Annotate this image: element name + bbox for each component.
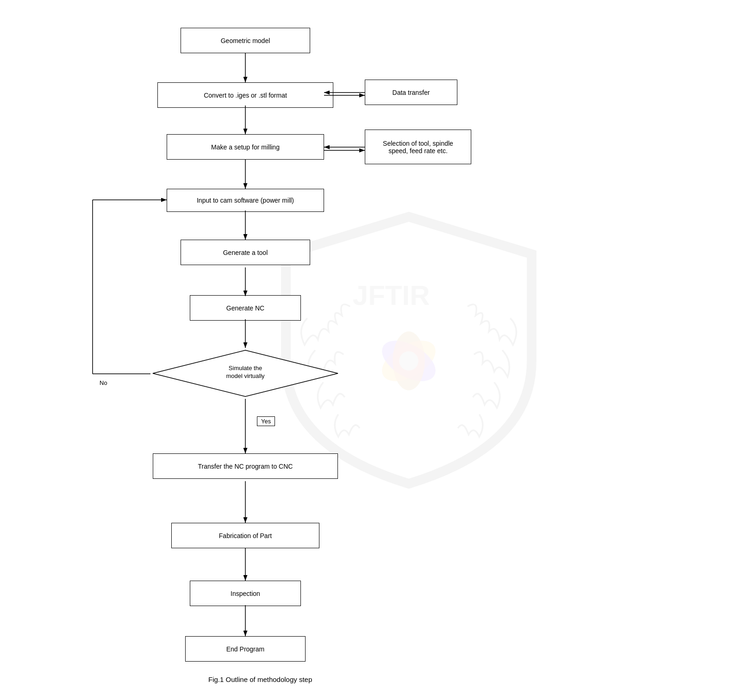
svg-point-5 bbox=[393, 331, 425, 390]
svg-point-3 bbox=[375, 332, 442, 389]
box-make-setup: Make a setup for milling bbox=[167, 134, 324, 160]
box-generate-tool: Generate a tool bbox=[181, 240, 310, 265]
yes-label: Yes bbox=[257, 416, 275, 426]
svg-text:model virtually: model virtually bbox=[226, 372, 265, 379]
svg-point-4 bbox=[375, 332, 442, 389]
box-transfer-nc: Transfer the NC program to CNC bbox=[153, 453, 338, 479]
no-label: No bbox=[100, 379, 107, 386]
box-geometric-model: Geometric model bbox=[181, 28, 310, 53]
figure-caption: Fig.1 Outline of methodology step bbox=[208, 675, 312, 683]
diamond-simulate: Simulate the model virtually bbox=[150, 348, 340, 399]
box-input-cam: Input to cam software (power mill) bbox=[167, 189, 324, 212]
box-fabrication: Fabrication of Part bbox=[171, 523, 319, 548]
svg-text:Simulate the: Simulate the bbox=[229, 365, 262, 372]
svg-point-2 bbox=[393, 331, 425, 390]
box-end-program: End Program bbox=[185, 636, 306, 662]
flowchart-container: JFTIR bbox=[0, 0, 743, 700]
svg-point-6 bbox=[399, 351, 418, 371]
box-generate-nc: Generate NC bbox=[190, 295, 301, 321]
svg-point-1 bbox=[375, 332, 442, 389]
svg-text:JFTIR: JFTIR bbox=[353, 279, 430, 310]
box-data-transfer: Data transfer bbox=[365, 80, 457, 105]
box-selection-tool: Selection of tool, spindle speed, feed r… bbox=[365, 130, 471, 164]
svg-point-0 bbox=[375, 332, 442, 389]
box-inspection: Inspection bbox=[190, 581, 301, 606]
box-convert: Convert to .iges or .stl format bbox=[157, 82, 333, 108]
